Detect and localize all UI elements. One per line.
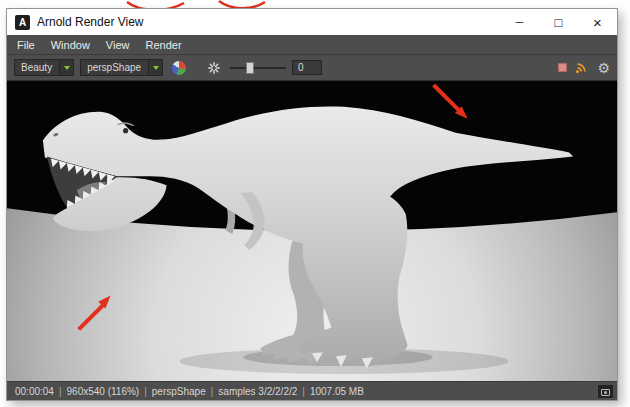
settings-gear-icon[interactable]: ⚙ xyxy=(597,61,610,75)
menu-file[interactable]: File xyxy=(17,39,35,51)
render-viewport[interactable] xyxy=(7,81,617,381)
status-separator: | xyxy=(302,386,305,397)
exposure-slider[interactable] xyxy=(230,60,286,76)
camera-lens xyxy=(604,391,607,394)
toolbar: Beauty perspShape 0 xyxy=(7,55,617,81)
camera-value: perspShape xyxy=(81,60,148,75)
window-title: Arnold Render View xyxy=(37,15,144,29)
aov-select[interactable]: Beauty xyxy=(14,59,74,76)
eye xyxy=(123,128,128,133)
menu-render[interactable]: Render xyxy=(146,39,182,51)
status-camera: perspShape xyxy=(152,386,206,397)
minimize-button[interactable]: ─ xyxy=(500,9,539,35)
menubar: File Window View Render xyxy=(7,35,617,55)
status-separator: | xyxy=(211,386,214,397)
arnold-render-view-window: A Arnold Render View ─ □ × File Window V… xyxy=(6,8,618,401)
toolbar-right-group: ⚙ xyxy=(558,61,610,75)
chevron-down-icon xyxy=(59,60,73,75)
slider-handle[interactable] xyxy=(246,62,254,74)
status-separator: | xyxy=(59,386,62,397)
rgb-channels-icon[interactable] xyxy=(172,61,186,75)
menu-view[interactable]: View xyxy=(106,39,130,51)
window-controls: ─ □ × xyxy=(500,9,617,35)
chevron-down-icon xyxy=(148,60,162,75)
refresh-icon[interactable] xyxy=(208,62,220,74)
close-button[interactable]: × xyxy=(578,9,617,35)
signal-icon[interactable] xyxy=(575,62,589,74)
stop-render-icon[interactable] xyxy=(558,63,567,72)
status-separator: | xyxy=(144,386,147,397)
slider-track xyxy=(230,67,286,69)
status-render-time: 00:00:04 xyxy=(15,386,54,397)
arnold-app-icon: A xyxy=(15,15,30,30)
render-scene xyxy=(7,81,617,381)
status-memory: 1007.05 MB xyxy=(310,386,364,397)
camera-select[interactable]: perspShape xyxy=(80,59,163,76)
menu-window[interactable]: Window xyxy=(51,39,90,51)
snapshot-camera-icon[interactable] xyxy=(597,384,614,399)
aov-value: Beauty xyxy=(15,60,59,75)
maximize-button[interactable]: □ xyxy=(539,9,578,35)
statusbar: 00:00:04 | 960x540 (116%) | perspShape |… xyxy=(7,381,617,400)
exposure-value[interactable]: 0 xyxy=(292,60,322,75)
titlebar[interactable]: A Arnold Render View ─ □ × xyxy=(7,9,617,35)
status-resolution: 960x540 (116%) xyxy=(67,386,140,397)
status-samples: samples 3/2/2/2/2 xyxy=(218,386,297,397)
